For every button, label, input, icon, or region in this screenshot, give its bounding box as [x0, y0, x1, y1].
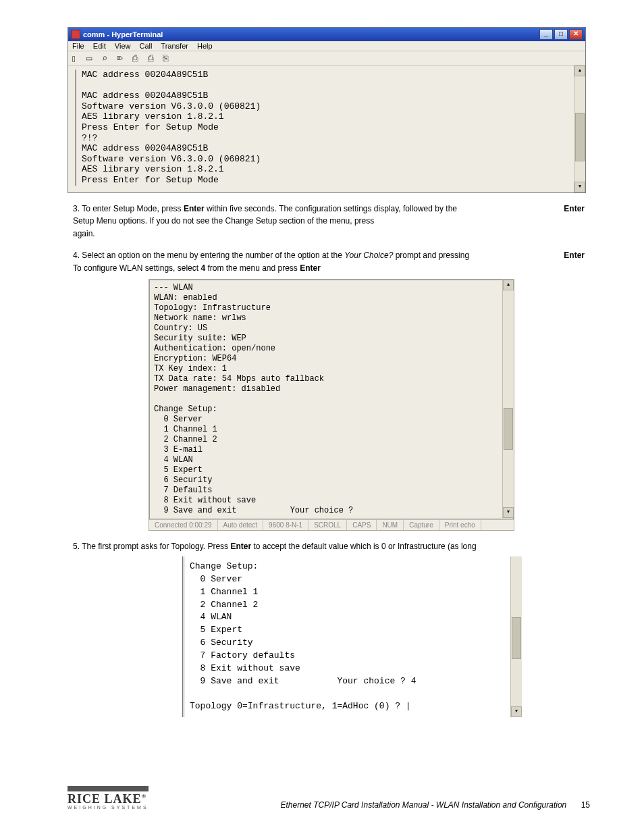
text: To configure WLAN settings, select — [73, 263, 200, 273]
status-detect: Auto detect — [218, 520, 264, 530]
document-title: Ethernet TCP/IP Card Installation Manual… — [281, 800, 567, 810]
menu-help[interactable]: Help — [197, 42, 213, 50]
brand-logo: RICE LAKE® WEIGHING SYSTEMS — [68, 786, 149, 810]
text: to accept the default value which is 0 o… — [251, 542, 477, 551]
window-controls: _ □ ✕ — [539, 29, 583, 40]
prompt-text: Your Choice? — [344, 251, 393, 260]
vertical-scrollbar[interactable]: ▴ ▾ — [574, 66, 585, 192]
hyperterminal-window: comm - HyperTerminal _ □ ✕ File Edit Vie… — [68, 27, 586, 193]
scroll-thumb[interactable] — [504, 408, 513, 450]
key-enter: Enter — [564, 203, 585, 215]
page-number: 15 — [581, 800, 590, 810]
vertical-scrollbar[interactable]: ▾ — [510, 556, 522, 717]
menu-call[interactable]: Call — [140, 42, 153, 50]
status-scroll: SCROLL — [308, 520, 347, 530]
scroll-down-icon[interactable]: ▾ — [574, 182, 585, 192]
scroll-up-icon[interactable]: ▴ — [574, 66, 585, 76]
text: Setup Menu options. If you do not see th… — [73, 216, 374, 226]
text: 5. The first prompt asks for Topology. P… — [73, 542, 230, 551]
text: prompt and pressing — [393, 251, 469, 260]
close-button[interactable]: ✕ — [569, 29, 583, 40]
terminal-screenshot-topology: Change Setup: 0 Server 1 Channel 1 2 Cha… — [182, 556, 522, 717]
text: 4. Select an option on the menu by enter… — [73, 251, 344, 260]
scroll-thumb[interactable] — [512, 617, 521, 659]
text: within five seconds. The configuration s… — [205, 204, 457, 213]
status-connected: Connected 0:00:29 — [149, 520, 218, 530]
scroll-down-icon[interactable]: ▾ — [503, 507, 514, 518]
status-printecho: Print echo — [439, 520, 481, 530]
menu-file[interactable]: File — [72, 42, 84, 50]
terminal-output: --- WLAN WLAN: enabled Topology: Infrast… — [149, 280, 514, 519]
vertical-scrollbar[interactable]: ▴ ▾ — [502, 280, 514, 518]
terminal-output: Change Setup: 0 Server 1 Channel 1 2 Cha… — [184, 556, 522, 717]
key-enter: Enter — [300, 263, 321, 273]
menu-transfer[interactable]: Transfer — [161, 42, 188, 50]
window-title: comm - HyperTerminal — [83, 30, 163, 38]
terminal-area: MAC address 00204A89C51B MAC address 002… — [68, 66, 585, 192]
brand-name: RICE LAKE — [68, 792, 142, 806]
maximize-button[interactable]: □ — [554, 29, 568, 40]
key-enter: Enter — [184, 204, 205, 213]
status-num: NUM — [377, 520, 404, 530]
window-titlebar: comm - HyperTerminal _ □ ✕ — [68, 28, 585, 41]
page-footer: RICE LAKE® WEIGHING SYSTEMS Ethernet TCP… — [68, 786, 590, 810]
brand-subtitle: WEIGHING SYSTEMS — [68, 805, 149, 810]
key-enter: Enter — [230, 542, 251, 551]
minimize-button[interactable]: _ — [539, 29, 553, 40]
instruction-step-3: 3. To enter Setup Mode, press Enter with… — [73, 203, 585, 240]
instruction-step-4: 4. Select an option on the menu by enter… — [73, 249, 585, 274]
text: 3. To enter Setup Mode, press — [73, 204, 184, 213]
toolbar[interactable]: ▯ ▭ ⌕ ⌦ ⎙ ⎙ ⎘ — [68, 51, 585, 66]
hyperterminal-body-screenshot: --- WLAN WLAN: enabled Topology: Infrast… — [149, 279, 514, 531]
status-caps: CAPS — [347, 520, 377, 530]
app-icon — [71, 30, 80, 39]
key-enter: Enter — [564, 249, 585, 262]
menu-view[interactable]: View — [115, 42, 131, 50]
scroll-up-icon[interactable]: ▴ — [503, 280, 514, 290]
menubar: File Edit View Call Transfer Help — [68, 41, 585, 51]
menu-edit[interactable]: Edit — [93, 42, 106, 50]
scroll-down-icon[interactable]: ▾ — [511, 706, 522, 717]
text: from the menu and press — [205, 263, 300, 273]
text: again. — [73, 229, 95, 238]
terminal-output: MAC address 00204A89C51B MAC address 002… — [75, 70, 579, 186]
scroll-thumb[interactable] — [575, 113, 585, 161]
footer-right: Ethernet TCP/IP Card Installation Manual… — [281, 800, 590, 810]
status-serial: 9600 8-N-1 — [263, 520, 308, 530]
status-capture: Capture — [404, 520, 439, 530]
logo-bar — [68, 786, 149, 791]
instruction-step-5: 5. The first prompt asks for Topology. P… — [73, 540, 585, 553]
statusbar: Connected 0:00:29 Auto detect 9600 8-N-1… — [149, 519, 514, 530]
